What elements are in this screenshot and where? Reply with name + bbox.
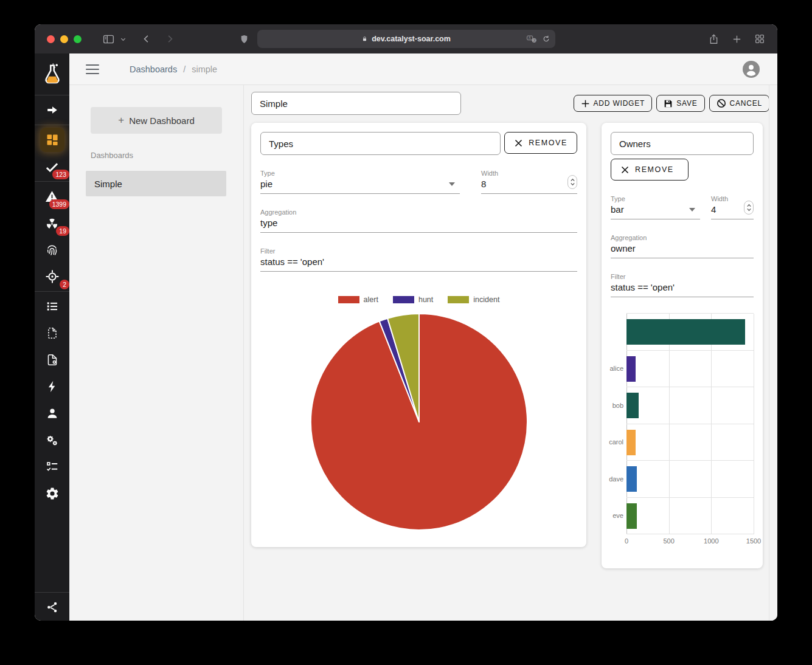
translate-icon[interactable]: A文: [527, 35, 537, 43]
person-icon: [46, 407, 59, 420]
widget-filter-input[interactable]: Filter status == 'open': [260, 247, 577, 272]
active-item-highlight: [40, 128, 64, 152]
remove-widget-button[interactable]: REMOVE: [504, 132, 577, 154]
forward-icon[interactable]: [164, 33, 175, 44]
widget-type-select[interactable]: Type pie: [260, 170, 460, 194]
legend-swatch: [338, 296, 359, 303]
legend-label: incident: [473, 295, 499, 304]
number-stepper-icon[interactable]: [567, 175, 577, 189]
minimize-window-button[interactable]: [60, 35, 68, 43]
close-icon: [514, 139, 523, 148]
flask-logo: [41, 63, 63, 86]
bar-bob: [626, 393, 639, 418]
sidebar-item-bulleted-list[interactable]: [35, 293, 69, 320]
remove-widget-button[interactable]: REMOVE: [611, 159, 689, 181]
sidebar-item-person[interactable]: [35, 400, 69, 427]
share-icon: [46, 601, 59, 614]
bar-row-bob: bob: [626, 387, 754, 424]
widget-width-input[interactable]: Width 4: [711, 195, 754, 219]
notification-badge: 1399: [49, 199, 69, 210]
address-bar[interactable]: dev.catalyst-soar.com A文: [257, 30, 555, 48]
settings-gear-icon: [45, 486, 60, 501]
sidebar-divider: [35, 125, 69, 125]
sidebar-item-crosshair[interactable]: 2: [35, 263, 69, 290]
category-label: alice: [609, 365, 623, 372]
sidebar-divider: [35, 291, 69, 292]
crosshair-icon: [45, 269, 60, 284]
legend-item-incident: incident: [448, 295, 499, 304]
sidebar-toggle-icon[interactable]: [102, 33, 115, 46]
bar-row-blank: [626, 314, 754, 351]
bar-row-dave: dave: [626, 461, 754, 498]
file-gear-icon: [46, 353, 59, 367]
widget-card-owners: REMOVE Type bar Width: [602, 123, 763, 568]
window-controls: [47, 35, 82, 43]
x-axis: 050010001500: [626, 534, 754, 548]
sidebar-item-fingerprint[interactable]: [35, 236, 69, 263]
plus-icon: [581, 99, 590, 108]
sidebar-item-radiation[interactable]: 19: [35, 210, 69, 236]
widget-title-input[interactable]: [260, 132, 501, 155]
close-icon: [620, 165, 630, 174]
category-label: eve: [609, 512, 623, 519]
reload-icon[interactable]: [542, 35, 550, 43]
legend-label: alert: [364, 295, 378, 304]
sidebar-item-file-dashed[interactable]: [35, 320, 69, 346]
sidebar-item-settings-gear[interactable]: [35, 480, 69, 507]
bar-alice: [626, 356, 636, 382]
user-avatar[interactable]: [743, 61, 760, 78]
cancel-button[interactable]: CANCEL: [709, 95, 769, 112]
sidebar-item-check[interactable]: 123: [35, 153, 69, 180]
file-dashed-icon: [46, 326, 59, 340]
browser-titlebar: dev.catalyst-soar.com A文: [35, 24, 777, 53]
category-label: dave: [609, 475, 623, 483]
bar-chart: alicebobcaroldaveeve050010001500: [611, 313, 754, 548]
widget-filter-input[interactable]: Filter status == 'open': [611, 273, 754, 297]
close-window-button[interactable]: [47, 35, 55, 43]
zoom-window-button[interactable]: [74, 35, 82, 43]
legend-item-alert: alert: [338, 295, 378, 304]
sidebar-item-arrow-right[interactable]: [35, 97, 69, 123]
widget-aggregation-input[interactable]: Aggregation type: [260, 208, 577, 233]
bar-eve: [626, 503, 637, 529]
widget-aggregation-input[interactable]: Aggregation owner: [611, 234, 754, 258]
gridline: [754, 314, 754, 534]
widget-width-input[interactable]: Width 8: [481, 170, 577, 194]
lightning-bolt-icon: [46, 380, 59, 393]
svg-text:A: A: [529, 36, 531, 40]
menu-toggle-icon[interactable]: [86, 64, 99, 74]
legend-label: hunt: [418, 295, 433, 304]
cancel-icon: [717, 98, 726, 108]
dashboards-panel: + New Dashboard Dashboards Simple: [69, 85, 244, 621]
browser-window: dev.catalyst-soar.com A文: [35, 24, 777, 621]
sidebar-item-checklist[interactable]: [35, 453, 69, 480]
sidebar-item-gears[interactable]: [35, 427, 69, 453]
new-tab-icon[interactable]: [732, 34, 742, 44]
new-dashboard-button[interactable]: + New Dashboard: [91, 107, 222, 134]
privacy-shield-icon[interactable]: [239, 34, 249, 44]
x-tick-label: 1000: [704, 537, 718, 545]
editor-toolbar: ADD WIDGET SAVE CANCEL: [251, 91, 769, 115]
dashboard-list-item-simple[interactable]: Simple: [86, 171, 226, 196]
sidebar-item-dashboard-grid[interactable]: [35, 126, 69, 153]
tab-overview-icon[interactable]: [754, 33, 765, 44]
share-page-icon[interactable]: [708, 33, 720, 46]
bar-row-eve: eve: [626, 498, 754, 535]
widget-type-select[interactable]: Type bar: [611, 195, 700, 219]
save-button[interactable]: SAVE: [656, 95, 704, 112]
dashboard-name-input[interactable]: [251, 92, 461, 115]
url-text: dev.catalyst-soar.com: [372, 35, 451, 43]
add-widget-button[interactable]: ADD WIDGET: [574, 95, 653, 112]
sidebar-item-share[interactable]: [35, 594, 69, 621]
sidebar-item-warning-triangle[interactable]: 1399: [35, 183, 69, 210]
number-stepper-icon[interactable]: [744, 201, 754, 215]
app-sidebar: 1231399192: [35, 53, 69, 621]
widget-title-input[interactable]: [611, 132, 754, 155]
chevron-down-icon[interactable]: [120, 36, 127, 43]
back-icon[interactable]: [141, 33, 152, 44]
scrollbar-track: [769, 85, 769, 621]
sidebar-item-file-gear[interactable]: [35, 346, 69, 373]
app-logo: [35, 60, 69, 89]
sidebar-item-lightning-bolt[interactable]: [35, 373, 69, 400]
breadcrumb-dashboards-link[interactable]: Dashboards: [130, 64, 177, 74]
